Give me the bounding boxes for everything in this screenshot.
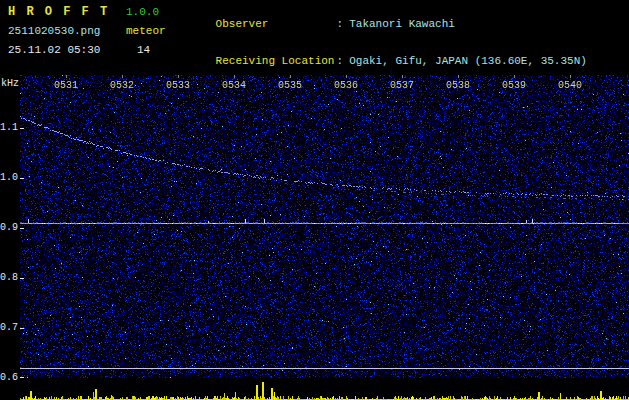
frequency-tick-label: 0.6 [0, 372, 16, 383]
observation-datetime: 25.11.02 05:30 [8, 44, 100, 56]
info-label: Observer [216, 18, 337, 31]
time-tick-label: 0532 [108, 80, 136, 91]
signal-level-canvas [20, 379, 629, 400]
output-filename: 2511020530.png [8, 25, 100, 37]
app-version: 1.0.0 [126, 6, 159, 18]
time-tick-label: 0533 [164, 80, 192, 91]
time-tick-label: 0535 [276, 80, 304, 91]
spectrogram-canvas [20, 75, 629, 378]
echo-count: 14 [137, 44, 150, 56]
time-tick-label: 0540 [556, 80, 584, 91]
time-tick-label: 0537 [388, 80, 416, 91]
time-tick-label: 0539 [500, 80, 528, 91]
frequency-tick-label: 1.0 [0, 172, 16, 183]
info-colon: : [337, 18, 350, 30]
frequency-tick-label: 0.9 [0, 222, 16, 233]
time-tick-label: 0536 [332, 80, 360, 91]
frequency-tick-label: 0.8 [0, 272, 16, 283]
frequency-tick-label: 0.7 [0, 322, 16, 333]
info-colon: : [337, 55, 350, 67]
time-tick-label: 0538 [444, 80, 472, 91]
frequency-axis-unit: kHz [1, 78, 19, 89]
frequency-tick-label: 1.1 [0, 122, 16, 133]
hrofft-panel: H R O F F T 1.0.0 2511020530.png meteor … [0, 0, 629, 400]
info-value: Ogaki, Gifu, JAPAN (136.60E, 35.35N) [349, 55, 587, 67]
info-label: Receiving Location [216, 55, 337, 68]
info-value: Takanori Kawachi [349, 18, 455, 30]
time-tick-label: 0531 [52, 80, 80, 91]
header-info-row: Observer:Takanori Kawachi [176, 5, 587, 43]
time-tick-label: 0534 [220, 80, 248, 91]
app-title: H R O F F T [8, 5, 109, 19]
mode-label: meteor [126, 25, 166, 37]
